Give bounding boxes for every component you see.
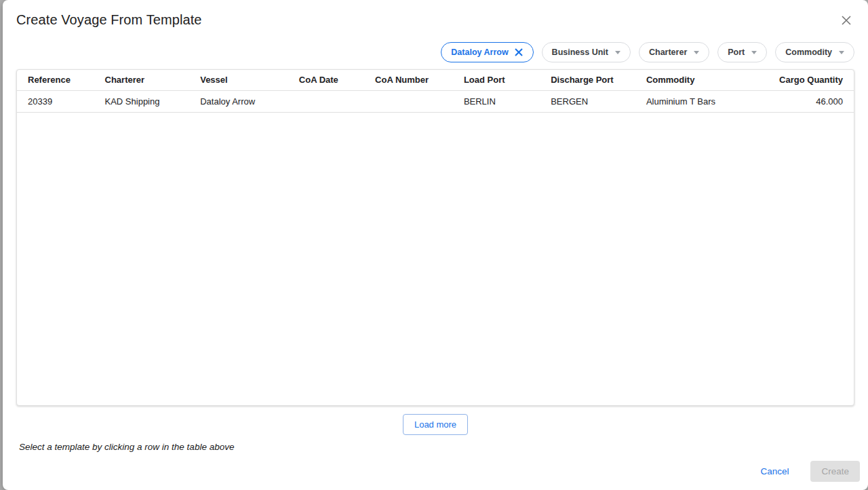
column-header-commodity: Commodity bbox=[635, 70, 734, 90]
filter-chip-commodity[interactable]: Commodity bbox=[775, 42, 854, 62]
table-header-row: Reference Charterer Vessel CoA Date CoA … bbox=[17, 70, 854, 90]
chip-remove-icon[interactable] bbox=[514, 48, 524, 57]
column-header-vessel: Vessel bbox=[189, 70, 288, 90]
dialog-title: Create Voyage From Template bbox=[16, 11, 202, 28]
create-button[interactable]: Create bbox=[810, 461, 860, 482]
helper-text: Select a template by clicking a row in t… bbox=[3, 439, 868, 452]
cell-discharge-port: BERGEN bbox=[540, 90, 635, 112]
chevron-down-icon bbox=[615, 51, 620, 54]
chevron-down-icon bbox=[751, 51, 757, 54]
filter-chip-vessel-active[interactable]: Dataloy Arrow bbox=[441, 42, 533, 62]
chevron-down-icon bbox=[694, 51, 699, 54]
filter-chip-label: Commodity bbox=[785, 48, 832, 57]
close-button[interactable] bbox=[838, 12, 854, 29]
chevron-down-icon bbox=[839, 51, 844, 54]
table-row[interactable]: 20339 KAD Shipping Dataloy Arrow BERLIN … bbox=[17, 90, 854, 112]
dialog-header: Create Voyage From Template bbox=[3, 0, 868, 29]
filter-chip-charterer[interactable]: Charterer bbox=[639, 42, 709, 62]
templates-table: Reference Charterer Vessel CoA Date CoA … bbox=[17, 70, 854, 113]
filter-chip-label: Port bbox=[728, 48, 745, 57]
column-header-coa-date: CoA Date bbox=[288, 70, 364, 90]
cell-vessel: Dataloy Arrow bbox=[189, 90, 288, 112]
filter-chip-label: Charterer bbox=[649, 48, 687, 57]
filter-chip-business-unit[interactable]: Business Unit bbox=[542, 42, 631, 62]
cell-load-port: BERLIN bbox=[453, 90, 540, 112]
create-voyage-dialog: Create Voyage From Template Dataloy Arro… bbox=[3, 0, 868, 490]
cell-commodity: Aluminium T Bars bbox=[635, 90, 734, 112]
column-header-reference: Reference bbox=[17, 70, 94, 90]
close-icon bbox=[841, 18, 852, 28]
cell-coa-date bbox=[288, 90, 364, 112]
column-header-coa-number: CoA Number bbox=[364, 70, 453, 90]
load-more-row: Load more bbox=[3, 406, 868, 439]
cell-cargo-quantity: 46.000 bbox=[734, 90, 854, 112]
column-header-discharge-port: Discharge Port bbox=[540, 70, 635, 90]
filter-chip-port[interactable]: Port bbox=[717, 42, 767, 62]
filter-chip-label: Business Unit bbox=[552, 48, 608, 57]
column-header-load-port: Load Port bbox=[453, 70, 540, 90]
cancel-button[interactable]: Cancel bbox=[755, 462, 794, 480]
load-more-button[interactable]: Load more bbox=[403, 414, 468, 435]
templates-table-card: Reference Charterer Vessel CoA Date CoA … bbox=[16, 69, 854, 406]
cell-coa-number bbox=[364, 90, 453, 112]
cell-reference: 20339 bbox=[17, 90, 94, 112]
cell-charterer: KAD Shipping bbox=[94, 90, 190, 112]
filter-chips-row: Dataloy Arrow Business Unit Charterer Po… bbox=[3, 29, 868, 69]
filter-chip-label: Dataloy Arrow bbox=[451, 48, 508, 57]
dialog-footer: Cancel Create bbox=[3, 461, 868, 490]
column-header-charterer: Charterer bbox=[94, 70, 190, 90]
column-header-cargo-quantity: Cargo Quantity bbox=[734, 70, 854, 90]
